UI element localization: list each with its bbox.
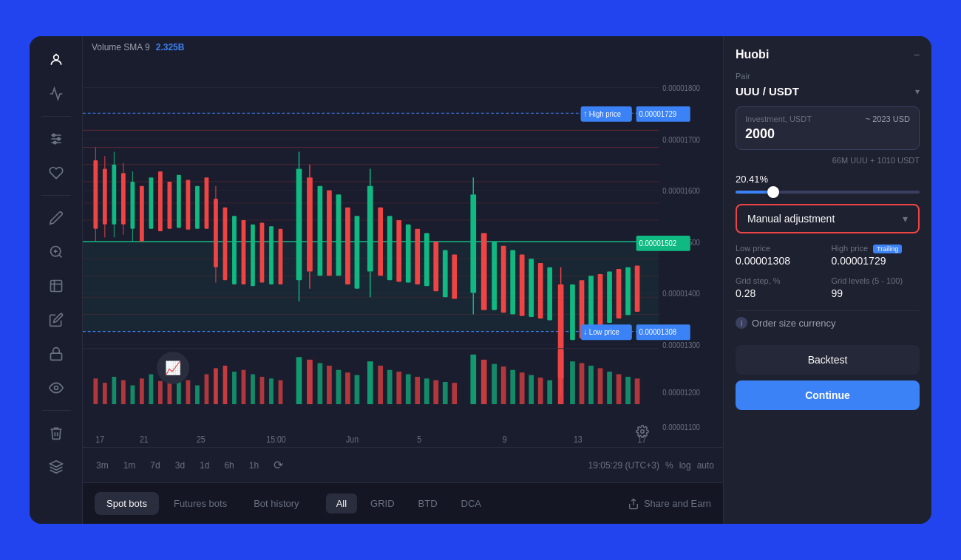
svg-rect-132 bbox=[232, 372, 237, 404]
svg-text:21: 21 bbox=[140, 434, 149, 444]
filter-dca[interactable]: DCA bbox=[451, 494, 492, 513]
sidebar-icon-zoom[interactable] bbox=[41, 237, 71, 267]
svg-rect-140 bbox=[318, 363, 323, 404]
svg-rect-59 bbox=[186, 180, 191, 230]
tab-spot-bots[interactable]: Spot bots bbox=[95, 492, 159, 515]
replay-btn[interactable]: ⟳ bbox=[269, 456, 288, 474]
filter-btd[interactable]: BTD bbox=[408, 494, 448, 513]
backtest-button[interactable]: Backtest bbox=[736, 345, 920, 375]
svg-rect-83 bbox=[367, 186, 373, 272]
investment-box: Investment, USDT ~ 2023 USD bbox=[736, 106, 920, 150]
svg-rect-161 bbox=[529, 375, 534, 404]
filter-grid[interactable]: GRID bbox=[360, 494, 405, 513]
manual-adjustment-button[interactable]: Manual adjustment ▾ bbox=[736, 204, 920, 233]
share-earn-button[interactable]: Share and Earn bbox=[628, 498, 711, 510]
sidebar-icon-anchor[interactable] bbox=[41, 271, 71, 301]
sidebar-icon-chart[interactable] bbox=[41, 79, 71, 109]
sidebar-icon-pencil[interactable] bbox=[41, 203, 71, 233]
svg-line-9 bbox=[58, 255, 61, 258]
pair-select[interactable]: UUU / USDT ▾ bbox=[736, 85, 920, 98]
chart-bottom-controls: 3m 1m 7d 3d 1d 6h 1h ⟳ 19:05:29 (UTC+3) … bbox=[83, 447, 723, 482]
investment-input[interactable] bbox=[745, 126, 910, 142]
svg-rect-54 bbox=[140, 186, 144, 242]
indicator-label: Volume SMA 9 bbox=[92, 42, 150, 52]
svg-rect-131 bbox=[223, 366, 228, 404]
sidebar-icon-eye[interactable] bbox=[41, 373, 71, 403]
sidebar-icon-robot[interactable] bbox=[41, 45, 71, 75]
svg-rect-111 bbox=[588, 276, 594, 331]
sidebar-icon-layers[interactable] bbox=[41, 452, 71, 482]
timeframe-3m[interactable]: 3m bbox=[92, 458, 113, 473]
svg-rect-42 bbox=[103, 169, 107, 225]
timeframe-3d[interactable]: 3d bbox=[171, 458, 189, 473]
grid-step-label: Grid step, % bbox=[736, 276, 824, 285]
svg-rect-167 bbox=[588, 366, 594, 404]
svg-rect-160 bbox=[520, 372, 525, 404]
svg-rect-172 bbox=[635, 378, 640, 404]
bot-tabs-bar: Spot bots Futures bots Bot history All G… bbox=[83, 482, 723, 524]
grid-params: Grid step, % 0.28 Grid levels (5 - 100) … bbox=[736, 276, 920, 300]
svg-text:0.00001729: 0.00001729 bbox=[639, 109, 676, 118]
svg-rect-130 bbox=[214, 368, 218, 404]
svg-rect-93 bbox=[443, 250, 448, 298]
auto-control[interactable]: auto bbox=[697, 460, 714, 471]
svg-rect-101 bbox=[510, 250, 515, 315]
svg-text:0.00001400: 0.00001400 bbox=[662, 288, 700, 298]
svg-text:25: 25 bbox=[197, 434, 206, 444]
svg-rect-142 bbox=[336, 370, 342, 404]
svg-rect-109 bbox=[570, 284, 575, 340]
svg-rect-125 bbox=[168, 383, 172, 404]
right-panel: Huobi − Pair UUU / USDT ▾ Investment, US… bbox=[723, 36, 931, 524]
tab-futures-bots[interactable]: Futures bots bbox=[162, 492, 239, 515]
svg-rect-148 bbox=[396, 372, 401, 404]
svg-rect-170 bbox=[617, 375, 622, 405]
svg-rect-152 bbox=[433, 380, 438, 404]
timeframe-1d[interactable]: 1d bbox=[195, 458, 214, 473]
svg-rect-39 bbox=[93, 160, 98, 229]
svg-rect-147 bbox=[387, 370, 393, 404]
pair-label: Pair bbox=[736, 72, 920, 81]
svg-rect-163 bbox=[547, 380, 552, 404]
sidebar-icon-heart[interactable] bbox=[41, 158, 71, 188]
order-size-info-icon[interactable]: i bbox=[736, 317, 747, 329]
timeframe-1m[interactable]: 1m bbox=[119, 458, 140, 473]
sidebar-icon-trash[interactable] bbox=[41, 418, 71, 448]
svg-text:0.00001300: 0.00001300 bbox=[662, 340, 700, 349]
svg-rect-155 bbox=[470, 355, 476, 404]
svg-rect-15 bbox=[50, 353, 61, 360]
svg-rect-159 bbox=[510, 370, 515, 404]
balance-info: 66M UUU + 1010 USDT bbox=[736, 156, 920, 165]
sidebar-icon-sliders[interactable] bbox=[41, 124, 71, 154]
timeframe-1h[interactable]: 1h bbox=[245, 458, 263, 473]
sidebar-icon-edit2[interactable] bbox=[41, 305, 71, 335]
svg-rect-79 bbox=[327, 191, 332, 276]
percent-control[interactable]: % bbox=[665, 460, 673, 471]
svg-rect-87 bbox=[387, 216, 393, 280]
timeframe-6h[interactable]: 6h bbox=[220, 458, 238, 473]
filter-all[interactable]: All bbox=[326, 494, 357, 513]
slider-track[interactable] bbox=[736, 191, 920, 194]
svg-rect-168 bbox=[598, 368, 603, 404]
continue-button[interactable]: Continue bbox=[736, 380, 920, 410]
high-price-value: 0.00001729 bbox=[832, 255, 886, 267]
svg-rect-56 bbox=[158, 171, 163, 231]
pair-dropdown-icon[interactable]: ▾ bbox=[915, 86, 920, 97]
slider-header: 20.41% bbox=[736, 174, 920, 185]
tab-bot-history[interactable]: Bot history bbox=[242, 492, 310, 515]
investment-header: Investment, USDT ~ 2023 USD bbox=[745, 115, 910, 123]
slider-thumb[interactable] bbox=[767, 186, 779, 198]
sidebar-icon-lock[interactable] bbox=[41, 339, 71, 369]
filter-tabs: All GRID BTD DCA bbox=[326, 494, 492, 513]
svg-text:0.00001100: 0.00001100 bbox=[662, 422, 700, 431]
svg-rect-103 bbox=[529, 259, 534, 317]
panel-close-icon[interactable]: − bbox=[914, 49, 920, 61]
svg-rect-12 bbox=[50, 281, 61, 292]
log-control[interactable]: log bbox=[679, 460, 691, 471]
svg-marker-17 bbox=[50, 461, 62, 467]
svg-rect-166 bbox=[580, 363, 585, 404]
svg-rect-129 bbox=[205, 375, 209, 405]
chart-settings-icon[interactable] bbox=[636, 425, 649, 441]
chart-area: Volume SMA 9 2.325B bbox=[83, 36, 723, 447]
manual-adj-arrow-icon: ▾ bbox=[903, 213, 908, 225]
timeframe-7d[interactable]: 7d bbox=[146, 458, 164, 473]
